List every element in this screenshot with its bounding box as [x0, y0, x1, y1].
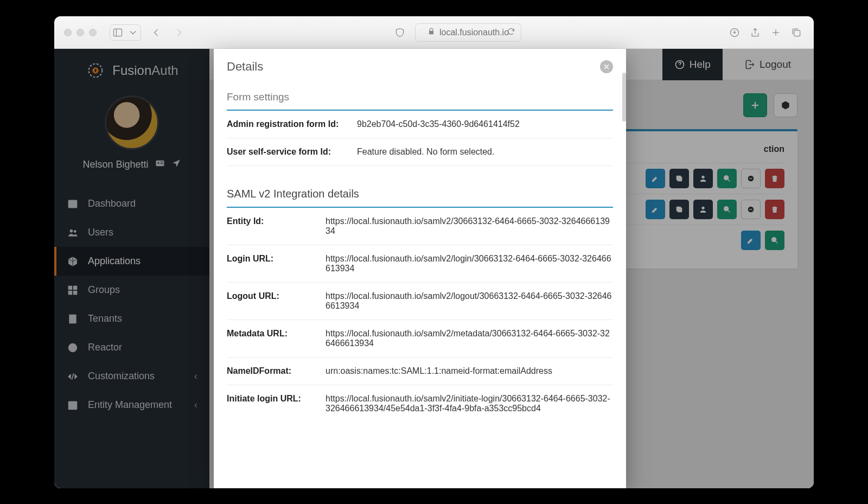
modal-header: Details: [214, 49, 626, 81]
section-form-settings: Form settings: [227, 91, 613, 111]
share-icon[interactable]: [748, 25, 763, 40]
kv-key: NameIDFormat:: [227, 366, 315, 376]
modal-title: Details: [227, 60, 263, 74]
kv-key: User self-service form Id:: [227, 147, 346, 157]
window-minimize-dot[interactable]: [76, 29, 84, 36]
url-text: local.fusionauth.io: [439, 28, 509, 37]
kv-value: https://local.fusionauth.io/samlv2/logou…: [326, 291, 613, 311]
kv-key: Admin registration form Id:: [227, 119, 346, 129]
browser-toolbar: local.fusionauth.io: [54, 16, 814, 49]
section-saml: SAML v2 Integration details: [227, 188, 613, 208]
sidebar-toggle-group[interactable]: [110, 24, 141, 41]
kv-row: Metadata URL: https://local.fusionauth.i…: [227, 320, 613, 358]
kv-row: Login URL: https://local.fusionauth.io/s…: [227, 245, 613, 283]
app-shell: FusionAuth Nelson Bighetti: [54, 49, 814, 488]
kv-row: Initiate login URL: https://local.fusion…: [227, 385, 613, 422]
close-button[interactable]: [600, 60, 613, 73]
kv-value: https://local.fusionauth.io/samlv2/metad…: [326, 329, 613, 348]
modal-body[interactable]: Form settings Admin registration form Id…: [214, 81, 626, 488]
kv-key: Entity Id:: [227, 216, 315, 236]
kv-row: Entity Id: https://local.fusionauth.io/s…: [227, 208, 613, 245]
details-modal: Details Form settings Admin registration…: [214, 49, 626, 488]
kv-key: Metadata URL:: [227, 329, 315, 348]
kv-value: https://local.fusionauth.io/samlv2/initi…: [326, 394, 613, 413]
svg-rect-2: [794, 30, 800, 36]
chevron-down-icon[interactable]: [125, 25, 141, 40]
kv-value: 9b2eb704-c50d-3c35-4360-9d6461414f52: [357, 119, 520, 129]
window-zoom-dot[interactable]: [89, 29, 97, 36]
kv-value: Feature disabled. No form selected.: [357, 147, 494, 157]
mac-window: local.fusionauth.io: [54, 16, 814, 488]
url-bar[interactable]: local.fusionauth.io: [415, 23, 521, 42]
scrollbar-thumb[interactable]: [622, 73, 626, 122]
kv-row: Logout URL: https://local.fusionauth.io/…: [227, 283, 613, 320]
svg-rect-0: [114, 29, 122, 36]
kv-row: Admin registration form Id: 9b2eb704-c50…: [227, 111, 613, 138]
window-close-dot[interactable]: [64, 29, 72, 36]
tabs-icon[interactable]: [789, 25, 804, 40]
kv-key: Logout URL:: [227, 291, 315, 311]
forward-button[interactable]: [171, 25, 187, 40]
shield-icon[interactable]: [392, 25, 407, 40]
window-traffic-lights[interactable]: [64, 29, 97, 36]
kv-value: https://local.fusionauth.io/samlv2/login…: [326, 254, 613, 273]
kv-row: NameIDFormat: urn:oasis:names:tc:SAML:1.…: [227, 358, 613, 385]
new-tab-icon[interactable]: [768, 25, 783, 40]
sidebar-toggle-icon[interactable]: [110, 25, 125, 40]
kv-value: https://local.fusionauth.io/samlv2/30663…: [326, 216, 613, 236]
back-button[interactable]: [149, 25, 164, 40]
kv-row: User self-service form Id: Feature disab…: [227, 138, 613, 166]
reload-icon[interactable]: [507, 27, 515, 38]
lock-icon: [427, 28, 435, 37]
kv-value: urn:oasis:names:tc:SAML:1.1:nameid-forma…: [326, 366, 552, 376]
kv-key: Initiate login URL:: [227, 394, 315, 413]
kv-key: Login URL:: [227, 254, 315, 273]
downloads-icon[interactable]: [727, 25, 742, 40]
